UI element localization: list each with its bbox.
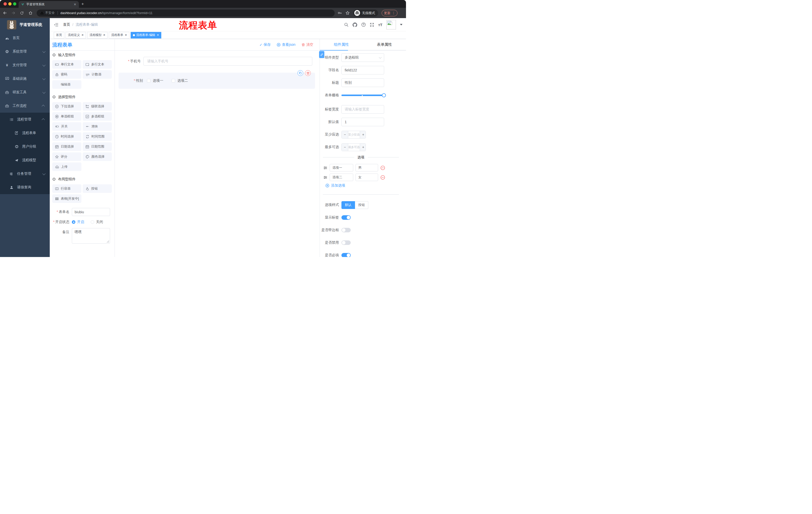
increase-button[interactable]: + — [360, 131, 366, 138]
security-label[interactable]: 不安全 — [45, 11, 55, 15]
sidebar-item-process-model[interactable]: 流程模型 — [0, 154, 50, 167]
tag-process-form-edit[interactable]: 流程表单-编辑✕ — [130, 32, 161, 38]
save-button[interactable]: ✓保存 — [260, 43, 271, 47]
title-input[interactable]: 性别 — [342, 78, 384, 87]
style-button-button[interactable]: 按钮 — [355, 201, 368, 209]
clear-button[interactable]: 清空 — [301, 43, 313, 47]
comp-password[interactable]: 密码 — [52, 70, 81, 79]
forward-icon[interactable] — [9, 9, 17, 17]
comp-switch[interactable]: 开关 — [52, 122, 81, 131]
tab-close-icon[interactable]: ✕ — [74, 2, 76, 6]
comp-multi-line-text[interactable]: 多行文本 — [83, 60, 112, 69]
remove-option-button[interactable] — [380, 175, 385, 180]
comp-button[interactable]: 按钮 — [83, 184, 112, 193]
bookmark-star-icon[interactable] — [345, 11, 350, 15]
avatar-caret-icon[interactable] — [400, 24, 403, 25]
style-default-button[interactable]: 默认 — [342, 201, 355, 209]
reload-icon[interactable] — [18, 9, 26, 17]
tag-process-model[interactable]: 流程模型✕ — [87, 32, 108, 38]
comp-checkbox-group[interactable]: 多选框组 — [83, 112, 112, 121]
form-name-input[interactable]: biubiu — [72, 208, 110, 216]
comp-time-picker[interactable]: 时间选择 — [52, 132, 81, 141]
stepper-placeholder[interactable]: 最多可选 — [348, 143, 360, 151]
option-label-input[interactable]: 选项二 — [330, 173, 353, 181]
checkbox-option-2[interactable]: 选项二 — [172, 78, 188, 83]
increase-button[interactable]: + — [360, 143, 366, 151]
with-border-toggle[interactable] — [342, 228, 351, 232]
grid-slider[interactable] — [342, 91, 384, 100]
link-handle[interactable] — [319, 51, 324, 58]
disabled-toggle[interactable] — [342, 240, 351, 245]
remove-option-button[interactable] — [380, 165, 385, 170]
tab-form-props[interactable]: 表单属性 — [363, 39, 406, 50]
comp-radio-group[interactable]: 单选框组 — [52, 112, 81, 121]
browser-update-button[interactable]: 更新 ⋮ — [382, 10, 398, 16]
field-name-input[interactable]: field122 — [342, 66, 384, 75]
help-icon[interactable] — [361, 22, 366, 27]
new-tab-button[interactable]: + — [81, 1, 84, 6]
window-close-button[interactable] — [3, 2, 7, 5]
comp-editor[interactable]: 编辑器 — [52, 80, 81, 89]
delete-field-button[interactable] — [305, 70, 311, 76]
tag-process-form[interactable]: 流程表单✕ — [109, 32, 129, 38]
comp-table[interactable]: 表格[开发中] — [52, 194, 81, 203]
key-icon[interactable] — [338, 11, 342, 15]
remark-textarea[interactable]: 嘿嘿 — [72, 228, 110, 244]
radio-status-on[interactable]: 开启 — [72, 220, 84, 224]
comp-single-line-text[interactable]: 单行文本 — [52, 60, 81, 69]
comp-date-picker[interactable]: 日期选择 — [52, 142, 81, 151]
fullscreen-icon[interactable] — [370, 23, 374, 27]
show-label-toggle[interactable] — [342, 215, 351, 220]
back-icon[interactable] — [1, 9, 8, 17]
url-bar[interactable]: 不安全 dashboard.yudao.iocoder.cn/bpm/manag… — [37, 9, 335, 17]
sidebar-item-infrastructure[interactable]: 基础设施 — [0, 72, 50, 85]
duplicate-field-button[interactable] — [297, 70, 303, 76]
window-minimize-button[interactable] — [8, 2, 11, 5]
font-size-icon[interactable]: тT — [378, 23, 382, 27]
drag-handle-icon[interactable] — [323, 175, 327, 179]
view-json-button[interactable]: 查看json — [277, 43, 295, 47]
home-icon[interactable] — [27, 9, 34, 17]
slider-track[interactable] — [342, 94, 384, 96]
avatar[interactable] — [386, 20, 396, 29]
sidebar-item-system[interactable]: 系统管理 — [0, 45, 50, 58]
component-type-select[interactable]: 多选框组 — [342, 53, 384, 62]
tag-process-definition[interactable]: 流程定义✕ — [65, 32, 86, 38]
sidebar-item-task-management[interactable]: 任务管理 — [0, 167, 50, 181]
field-gender-selected[interactable]: *性别 选项一 选项二 — [119, 73, 315, 89]
tag-close-icon[interactable]: ✕ — [81, 34, 84, 36]
comp-row-container[interactable]: 行容器 — [52, 184, 81, 193]
option-value-input[interactable]: 女 — [355, 173, 378, 181]
sidebar-item-process-form[interactable]: 流程表单 — [0, 126, 50, 140]
tab-component-props[interactable]: 组件属性 — [320, 39, 363, 50]
tag-home[interactable]: 首页 — [54, 32, 64, 38]
comp-date-range[interactable]: 日期范围 — [83, 142, 112, 151]
comp-select[interactable]: 下拉选择 — [52, 102, 81, 111]
add-option-button[interactable]: 添加选项 — [325, 183, 345, 188]
radio-status-off[interactable]: 关闭 — [91, 220, 103, 224]
drag-handle-icon[interactable] — [323, 166, 327, 170]
tag-close-icon[interactable]: ✕ — [157, 34, 159, 36]
comp-cascader[interactable]: 级联选择 — [83, 102, 112, 111]
sidebar-item-leave-query[interactable]: 请假查询 — [0, 181, 50, 194]
comp-slider[interactable]: 滑块 — [83, 122, 112, 131]
decrease-button[interactable]: − — [342, 131, 348, 138]
stepper-placeholder[interactable]: 至少应选 — [348, 131, 360, 138]
checkbox-option-1[interactable]: 选项一 — [147, 78, 163, 83]
sidebar-item-user-group[interactable]: 用户分组 — [0, 140, 50, 154]
comp-counter[interactable]: 123计数器 — [83, 70, 112, 79]
hamburger-icon[interactable] — [54, 23, 59, 27]
sidebar-item-process-management[interactable]: 流程管理 — [0, 113, 50, 126]
comp-rate[interactable]: 评分 — [52, 153, 81, 161]
browser-menu-dots-icon[interactable]: ⋮ — [392, 11, 395, 15]
search-icon[interactable] — [344, 23, 348, 27]
phone-input[interactable]: 请输入手机号 — [143, 57, 312, 65]
default-value-input[interactable]: 1 — [342, 118, 384, 126]
slider-handle[interactable] — [382, 93, 386, 97]
tag-close-icon[interactable]: ✕ — [103, 34, 105, 36]
github-icon[interactable] — [352, 22, 357, 27]
comp-time-range[interactable]: 时间范围 — [83, 132, 112, 141]
option-label-input[interactable]: 选项一 — [330, 164, 353, 171]
option-value-input[interactable]: 男 — [355, 164, 378, 171]
sidebar-item-workflow[interactable]: 工作流程 — [0, 99, 50, 113]
